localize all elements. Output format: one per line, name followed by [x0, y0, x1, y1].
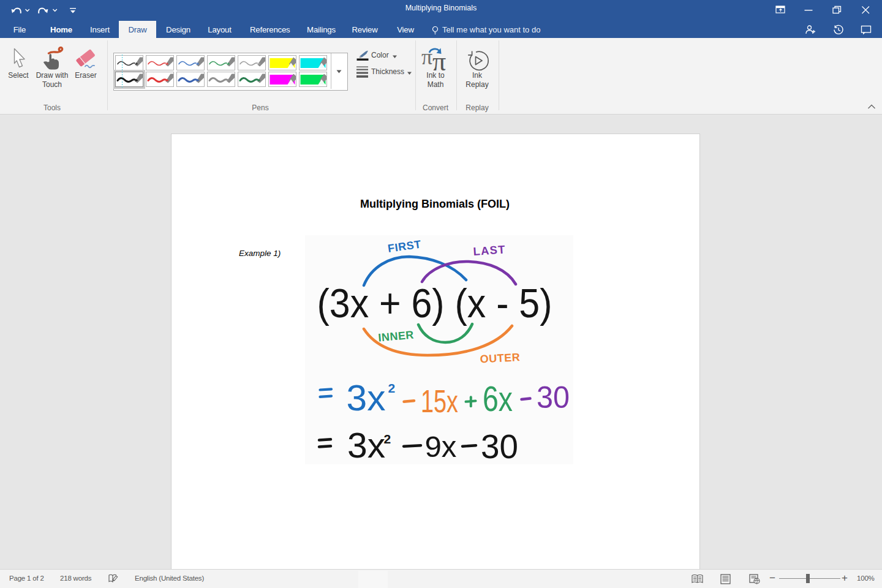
- svg-text:3x: 3x: [347, 426, 385, 464]
- svg-text:9x: 9x: [425, 430, 457, 463]
- svg-text:2: 2: [388, 381, 396, 395]
- svg-text:6x: 6x: [483, 379, 513, 418]
- svg-text:OUTER: OUTER: [480, 351, 520, 365]
- svg-text:30: 30: [481, 427, 518, 465]
- svg-text:15x: 15x: [421, 383, 458, 419]
- svg-text:2: 2: [384, 432, 391, 446]
- svg-text:(3x + 6) (x - 5): (3x + 6) (x - 5): [317, 280, 552, 326]
- svg-text:LAST: LAST: [473, 243, 506, 258]
- svg-text:30: 30: [537, 380, 570, 415]
- svg-text:3x: 3x: [347, 378, 386, 418]
